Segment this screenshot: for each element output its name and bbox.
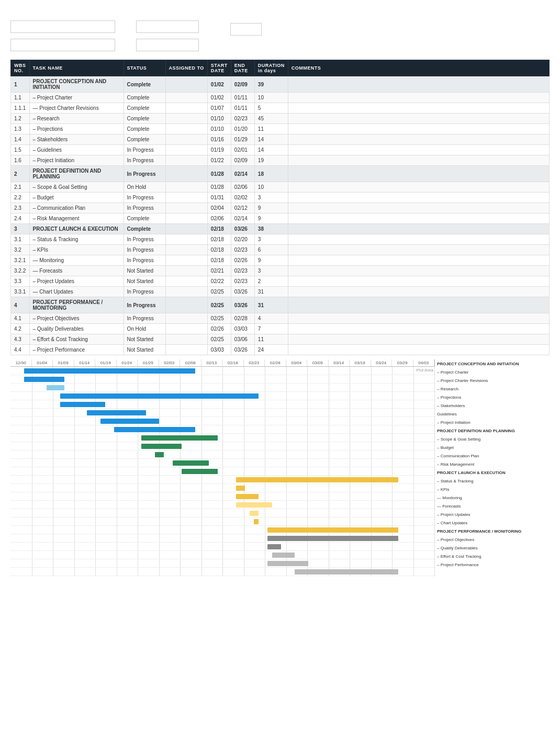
cell-status: In Progress <box>124 155 165 166</box>
gantt-col-line <box>371 392 372 400</box>
gantt-col-line <box>138 459 138 467</box>
gantt-col-line <box>74 509 75 517</box>
gantt-col-line <box>265 367 265 375</box>
gantt-col-line <box>434 543 435 550</box>
gantt-col-line <box>95 492 96 500</box>
gantt-row <box>10 476 434 484</box>
gantt-col-line <box>95 451 96 458</box>
gantt-col-line <box>329 417 329 425</box>
cell-status: On Hold <box>124 182 165 193</box>
gantt-date-cell: 03/04 <box>286 359 308 366</box>
cell-assigned <box>165 145 207 155</box>
gantt-col-line <box>138 476 138 483</box>
gantt-col-line <box>201 476 202 483</box>
cell-status: On Hold <box>124 324 165 334</box>
cell-start: 02/21 <box>207 266 231 276</box>
gantt-col-line <box>117 559 117 567</box>
gantt-col-line <box>286 400 287 408</box>
gantt-col-line <box>53 400 53 408</box>
gantt-col-line <box>201 400 202 408</box>
gantt-col-line <box>329 551 329 559</box>
gantt-col-line <box>286 392 287 400</box>
gantt-col-line <box>53 543 53 550</box>
cell-duration: 4 <box>254 313 288 324</box>
gantt-col-line <box>371 384 372 391</box>
gantt-col-line <box>95 551 96 559</box>
gantt-col-line <box>350 551 350 559</box>
gantt-col-line <box>434 526 435 534</box>
gantt-col-line <box>180 400 181 408</box>
table-row: 1.1.1— Project Charter RevisionsComplete… <box>11 103 550 114</box>
gantt-col-line <box>307 543 308 550</box>
gantt-col-line <box>95 384 96 391</box>
gantt-col-line <box>265 568 265 576</box>
gantt-col-line <box>53 442 53 450</box>
gantt-col-line <box>350 384 350 391</box>
project-title-input[interactable] <box>10 20 115 33</box>
cell-assigned <box>165 297 207 313</box>
cell-task: PROJECT LAUNCH & EXECUTION <box>29 224 124 234</box>
gantt-col-line <box>286 492 287 500</box>
gantt-section: 12/3001/0401/0901/1401/1901/2401/2902/03… <box>10 359 550 576</box>
gantt-col-line <box>159 509 160 517</box>
gantt-col-line <box>286 425 287 433</box>
gantt-col-line <box>413 409 414 416</box>
gantt-col-line <box>434 501 435 509</box>
gantt-row <box>10 543 434 551</box>
gantt-col-line <box>392 367 393 375</box>
cell-status: Not Started <box>124 266 165 276</box>
gantt-col-line <box>307 425 308 433</box>
cell-comments <box>288 203 549 213</box>
gantt-col-line <box>307 417 308 425</box>
gantt-col-line <box>434 559 435 567</box>
cell-status: In Progress <box>124 203 165 213</box>
cell-assigned <box>165 134 207 145</box>
gantt-col-line <box>392 543 393 550</box>
gantt-col-line <box>434 568 435 576</box>
gantt-col-line <box>265 543 265 550</box>
gantt-col-line <box>329 484 329 492</box>
gantt-col-line <box>180 501 181 509</box>
gantt-col-line <box>117 434 117 442</box>
start-date-input[interactable] <box>136 20 199 33</box>
cell-comments <box>288 245 549 255</box>
gantt-col-line <box>392 425 393 433</box>
gantt-col-line <box>413 384 414 391</box>
gantt-col-line <box>32 384 32 391</box>
gantt-col-line <box>201 568 202 576</box>
cell-status: Not Started <box>124 334 165 345</box>
cell-wbs: 1.2 <box>11 114 30 124</box>
gantt-col-line <box>117 451 117 458</box>
gantt-col-line <box>329 367 329 375</box>
gantt-col-line <box>159 467 160 475</box>
end-date-input[interactable] <box>136 39 199 51</box>
gantt-col-line <box>286 509 287 517</box>
gantt-col-line <box>286 568 287 576</box>
header-status: STATUS <box>124 60 165 76</box>
gantt-col-line <box>95 476 96 483</box>
table-row: 2PROJECT DEFINITION AND PLANNINGIn Progr… <box>11 166 550 182</box>
gantt-col-line <box>32 409 32 416</box>
gantt-right-label: — Forecasts <box>437 502 550 510</box>
gantt-row <box>10 425 434 434</box>
gantt-col-line <box>222 384 223 391</box>
gantt-col-line <box>413 400 414 408</box>
cell-start: 02/22 <box>207 276 231 287</box>
project-manager-input[interactable] <box>10 39 115 51</box>
cell-wbs: 4.4 <box>11 345 30 355</box>
gantt-col-line <box>434 476 435 483</box>
gantt-col-line <box>286 434 287 442</box>
gantt-col-line <box>413 451 414 458</box>
gantt-col-line <box>392 442 393 450</box>
gantt-col-line <box>286 543 287 550</box>
gantt-col-line <box>244 375 244 383</box>
gantt-col-line <box>244 409 244 416</box>
cell-end: 02/20 <box>231 234 254 245</box>
cell-end: 02/12 <box>231 203 254 213</box>
gantt-right-label: – Project Objectives <box>437 535 550 544</box>
table-row: 3.2.2— ForecastsNot Started02/2102/233 <box>11 266 550 276</box>
gantt-col-line <box>74 534 75 542</box>
cell-wbs: 3.2.1 <box>11 255 30 266</box>
gantt-col-line <box>53 392 53 400</box>
gantt-col-line <box>117 534 117 542</box>
